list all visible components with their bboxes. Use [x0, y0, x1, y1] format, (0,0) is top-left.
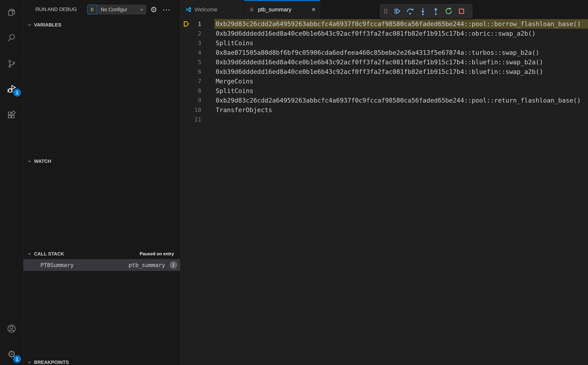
chevron-down-icon: [27, 22, 32, 27]
line-number[interactable]: 9: [180, 96, 201, 105]
step-over-icon: [406, 7, 414, 16]
chevron-down-icon: [27, 360, 32, 365]
line-text[interactable]: SplitCoins: [216, 86, 253, 96]
section-header-call-stack[interactable]: CALL STACK Paused on entry: [23, 250, 180, 258]
tab-label: ptb_summary: [258, 7, 291, 13]
stack-frame-name: PTBSummary: [41, 262, 74, 268]
code-line[interactable]: 8 SplitCoins: [180, 86, 588, 96]
open-launch-json-button[interactable]: ⚙: [149, 5, 159, 14]
section-header-breakpoints[interactable]: BREAKPOINTS: [23, 358, 180, 365]
gripper-icon: [382, 7, 390, 15]
activity-item-accounts[interactable]: [0, 319, 23, 338]
debug-toolbar: [380, 4, 473, 18]
start-debugging-button[interactable]: [87, 5, 97, 14]
tab-label: Welcome: [195, 7, 217, 13]
section-label: BREAKPOINTS: [34, 359, 69, 365]
activity-item-explorer[interactable]: [0, 3, 23, 21]
section-header-variables[interactable]: VARIABLES: [23, 21, 180, 29]
activity-item-extensions[interactable]: [0, 106, 23, 124]
chevron-down-icon: [27, 159, 32, 164]
activity-bar: 1 ⚙ 1: [0, 0, 23, 365]
close-icon[interactable]: ×: [312, 6, 316, 13]
line-text[interactable]: 0x8ae871505a80d8bf6bf9c05906cda6edfeea46…: [216, 48, 539, 57]
stop-button[interactable]: [455, 5, 468, 17]
play-icon: [89, 7, 95, 13]
stack-frame-badge: 1: [170, 261, 177, 269]
step-out-button[interactable]: [430, 5, 442, 17]
section-header-watch[interactable]: WATCH: [23, 157, 180, 165]
chevron-down-icon: [27, 251, 32, 256]
line-number[interactable]: 1: [180, 19, 201, 29]
activity-item-source-control[interactable]: [0, 55, 23, 73]
line-number[interactable]: 3: [180, 38, 201, 48]
sidebar-title: RUN AND DEBUG: [35, 7, 77, 12]
code-line[interactable]: 6 0xb39d6dddedd16ed8a40ce0b1e6b43c92acf0…: [180, 67, 588, 77]
ellipsis-icon: ⋯: [162, 5, 171, 14]
code-line[interactable]: 4 0x8ae871505a80d8bf6bf9c05906cda6edfeea…: [180, 48, 588, 57]
step-out-icon: [431, 7, 440, 16]
restart-button[interactable]: [442, 5, 455, 17]
file-list-icon: [249, 7, 255, 13]
vscode-logo-icon: [185, 6, 191, 13]
line-text[interactable]: 0xb39d6dddedd16ed8a40ce0b1e6b43c92acf0ff…: [216, 67, 543, 77]
code-line[interactable]: 2 0xb39d6dddedd16ed8a40ce0b1e6b43c92acf0…: [180, 29, 588, 38]
restart-icon: [444, 7, 453, 16]
code-line[interactable]: 11: [180, 115, 588, 124]
activity-item-settings[interactable]: ⚙ 1: [0, 345, 23, 363]
activity-item-run-and-debug[interactable]: 1: [0, 80, 23, 98]
code-line[interactable]: 1 0xb29d83c26cdd2a64959263abbcfc4a6937f0…: [180, 19, 588, 29]
line-text[interactable]: 0xb29d83c26cdd2a64959263abbcfc4a6937f0c9…: [216, 19, 581, 29]
account-icon: [7, 324, 17, 334]
stop-icon: [457, 7, 466, 16]
line-number[interactable]: 10: [180, 105, 201, 115]
line-number[interactable]: 5: [180, 57, 201, 67]
search-icon: [7, 33, 16, 43]
line-number[interactable]: 11: [180, 115, 201, 124]
stack-frame-source: ptb_summary: [128, 262, 165, 268]
line-text[interactable]: SplitCoins: [216, 38, 253, 48]
section-label: CALL STACK: [34, 251, 64, 257]
continue-button[interactable]: [391, 5, 404, 17]
code-line[interactable]: 10 TransferObjects: [180, 105, 588, 115]
debug-configuration-dropdown[interactable]: No Configur: [97, 5, 146, 14]
section-label: WATCH: [34, 158, 51, 164]
toolbar-drag-handle[interactable]: [381, 5, 390, 17]
line-number[interactable]: 2: [180, 29, 201, 38]
line-text[interactable]: 0xb29d83c26cdd2a64959263abbcfc4a6937f0c9…: [216, 96, 581, 105]
views-and-more-actions-button[interactable]: ⋯: [162, 5, 171, 14]
line-text[interactable]: TransferObjects: [216, 105, 272, 115]
code-line[interactable]: 3 SplitCoins: [180, 38, 588, 48]
tab-welcome[interactable]: Welcome: [180, 0, 244, 19]
section-label: VARIABLES: [34, 22, 61, 28]
source-control-icon: [7, 59, 16, 69]
line-number[interactable]: 6: [180, 67, 201, 77]
line-number[interactable]: 4: [180, 48, 201, 57]
step-into-button[interactable]: [417, 5, 429, 17]
files-icon: [7, 7, 16, 17]
code-line[interactable]: 9 0xb29d83c26cdd2a64959263abbcfc4a6937f0…: [180, 96, 588, 105]
code-area: 1 0xb29d83c26cdd2a64959263abbcfc4a6937f0…: [180, 19, 588, 124]
settings-badge: 1: [13, 355, 21, 363]
code-line[interactable]: 5 0xb39d6dddedd16ed8a40ce0b1e6b43c92acf0…: [180, 57, 588, 67]
line-text[interactable]: MergeCoins: [216, 77, 253, 86]
line-number[interactable]: 7: [180, 77, 201, 86]
call-stack-frame-row[interactable]: PTBSummary ptb_summary 1: [23, 259, 180, 271]
gear-icon: ⚙: [150, 5, 157, 14]
step-into-icon: [418, 7, 427, 16]
debug-launch-group: No Configur: [87, 5, 146, 14]
line-text[interactable]: 0xb39d6dddedd16ed8a40ce0b1e6b43c92acf0ff…: [216, 29, 536, 38]
editor-group: Welcome ptb_summary ×: [180, 0, 588, 365]
run-and-debug-sidebar: RUN AND DEBUG No Configur ⚙ ⋯: [23, 0, 180, 365]
continue-icon: [393, 7, 402, 16]
vscode-window: 1 ⚙ 1 RUN AND DEBUG: [0, 0, 588, 365]
line-text[interactable]: 0xb39d6dddedd16ed8a40ce0b1e6b43c92acf0ff…: [216, 57, 543, 67]
code-line[interactable]: 7 MergeCoins: [180, 77, 588, 86]
step-over-button[interactable]: [404, 5, 416, 17]
section-divider: [23, 155, 180, 155]
line-number[interactable]: 8: [180, 86, 201, 96]
tab-ptb-summary[interactable]: ptb_summary ×: [244, 0, 320, 19]
debug-configuration-label: No Configur: [101, 7, 127, 13]
section-divider: [23, 247, 180, 248]
activity-item-search[interactable]: [0, 29, 23, 47]
paused-status-text: Paused on entry: [140, 251, 180, 256]
